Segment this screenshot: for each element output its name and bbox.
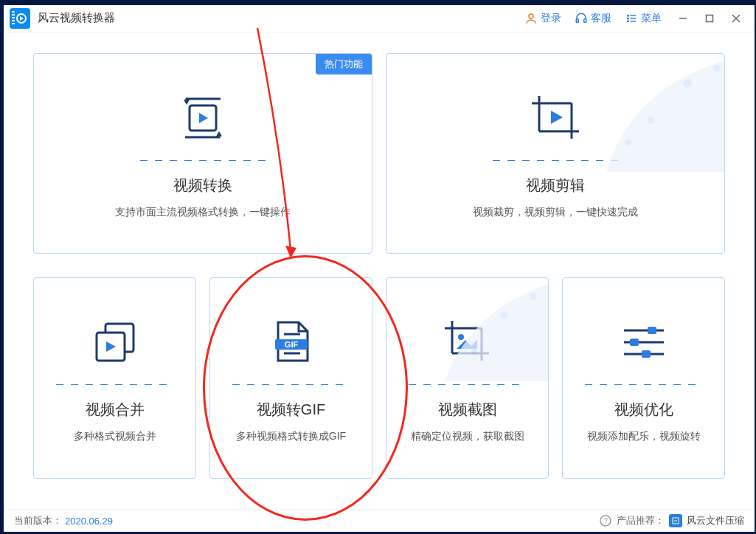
titlebar: 风云视频转换器 登录 客服 菜单 xyxy=(4,5,755,32)
card-bg-deco xyxy=(437,277,549,381)
card-divider xyxy=(585,384,703,385)
card-desc: 精确定位视频，获取截图 xyxy=(411,430,524,443)
content-area: 热门功能 视频转换 支持市面主流视频格式转换，一键操作 xyxy=(4,32,755,510)
recommend-logo xyxy=(669,514,682,527)
card-row-2: 视频合并 多种格式视频合并 GIF 视频转GIF 多种视频格式转换成G xyxy=(33,277,725,479)
app-logo xyxy=(10,8,30,29)
window-controls xyxy=(670,6,749,31)
svg-rect-45 xyxy=(630,339,639,346)
user-icon xyxy=(524,12,538,25)
hot-badge: 热门功能 xyxy=(316,54,372,74)
sliders-icon xyxy=(621,315,667,370)
svg-point-34 xyxy=(471,349,477,355)
svg-rect-47 xyxy=(642,350,651,358)
svg-point-36 xyxy=(530,293,537,300)
svg-rect-10 xyxy=(707,15,713,21)
minimize-button[interactable] xyxy=(670,6,696,31)
support-button[interactable]: 客服 xyxy=(575,12,611,25)
card-row-1: 热门功能 视频转换 支持市面主流视频格式转换，一键操作 xyxy=(33,53,725,254)
version-value: 2020.06.29 xyxy=(65,516,113,527)
gif-icon: GIF xyxy=(271,315,312,370)
card-video-merge[interactable]: 视频合并 多种格式视频合并 xyxy=(33,277,196,479)
svg-marker-17 xyxy=(216,131,222,136)
statusbar: 当前版本： 2020.06.29 ? 产品推荐： 风云文件压缩 xyxy=(4,510,755,532)
card-video-screenshot[interactable]: 视频截图 精确定位视频，获取截图 xyxy=(386,277,549,479)
card-divider xyxy=(409,384,527,385)
svg-rect-2 xyxy=(584,19,586,23)
merge-icon xyxy=(92,315,138,370)
card-divider xyxy=(56,384,174,385)
svg-text:GIF: GIF xyxy=(284,340,298,349)
version-label: 当前版本： xyxy=(14,514,62,527)
recommend-label: 产品推荐： xyxy=(617,514,665,527)
svg-marker-26 xyxy=(551,111,563,124)
card-divider xyxy=(232,384,350,385)
svg-marker-15 xyxy=(199,113,208,123)
card-desc: 多种视频格式转换成GIF xyxy=(236,430,346,443)
crop-icon xyxy=(529,91,582,145)
svg-text:?: ? xyxy=(603,517,608,525)
card-desc: 多种格式视频合并 xyxy=(74,430,156,443)
svg-point-3 xyxy=(628,15,629,16)
card-desc: 支持市面主流视频格式转换，一键操作 xyxy=(115,206,291,219)
close-button[interactable] xyxy=(724,6,749,31)
card-video-convert[interactable]: 热门功能 视频转换 支持市面主流视频格式转换，一键操作 xyxy=(33,53,372,254)
svg-rect-1 xyxy=(576,19,578,23)
recommend-product[interactable]: 风云文件压缩 xyxy=(687,514,744,527)
card-bg-deco xyxy=(592,53,725,172)
card-title: 视频转换 xyxy=(173,176,232,195)
login-button[interactable]: 登录 xyxy=(524,12,561,25)
app-title: 风云视频转换器 xyxy=(38,11,115,25)
card-title: 视频合并 xyxy=(86,400,145,420)
card-video-edit[interactable]: 视频剪辑 视频裁剪，视频剪辑，一键快速完成 xyxy=(386,53,725,254)
svg-point-7 xyxy=(628,21,629,22)
menu-icon xyxy=(625,12,638,25)
help-icon[interactable]: ? xyxy=(599,514,612,527)
svg-point-18 xyxy=(625,139,631,145)
app-window: 风云视频转换器 登录 客服 菜单 xyxy=(4,5,755,532)
card-title: 视频转GIF xyxy=(257,400,325,420)
svg-marker-16 xyxy=(184,100,190,105)
svg-point-21 xyxy=(713,65,721,72)
card-desc: 视频添加配乐，视频旋转 xyxy=(587,430,701,443)
card-video-optimize[interactable]: 视频优化 视频添加配乐，视频旋转 xyxy=(562,277,725,479)
card-title: 视频优化 xyxy=(614,400,673,420)
card-desc: 视频裁剪，视频剪辑，一键快速完成 xyxy=(473,206,638,219)
menu-button[interactable]: 菜单 xyxy=(625,12,662,25)
headset-icon xyxy=(575,12,588,25)
convert-icon xyxy=(178,91,228,145)
card-title: 视频剪辑 xyxy=(526,176,585,195)
svg-rect-43 xyxy=(648,327,656,334)
svg-point-20 xyxy=(683,79,692,88)
card-title: 视频截图 xyxy=(438,400,497,420)
maximize-button[interactable] xyxy=(697,6,722,31)
card-divider xyxy=(140,160,266,161)
card-video-to-gif[interactable]: GIF 视频转GIF 多种视频格式转换成GIF xyxy=(209,277,372,479)
svg-point-19 xyxy=(647,117,654,124)
svg-point-35 xyxy=(500,311,507,319)
svg-point-5 xyxy=(628,18,629,19)
svg-point-0 xyxy=(529,14,533,18)
